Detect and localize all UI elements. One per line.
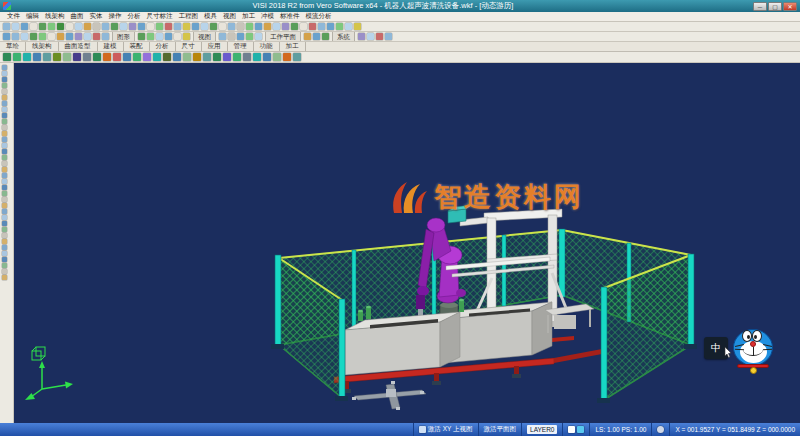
- toolbar-icon[interactable]: [102, 33, 109, 40]
- toolbar-group-system[interactable]: 系统: [332, 32, 355, 41]
- toolbar-icon[interactable]: [282, 23, 289, 30]
- toolbar-icon[interactable]: [255, 33, 262, 40]
- menu-item-加工[interactable]: 加工: [239, 12, 258, 21]
- toolbar-icon[interactable]: [43, 53, 51, 61]
- toolbar-icon[interactable]: [193, 53, 201, 61]
- toolbar-icon[interactable]: [93, 53, 101, 61]
- toolbar-icon[interactable]: [309, 23, 316, 30]
- toolbar-icon[interactable]: [327, 23, 334, 30]
- toolbar-icon[interactable]: [57, 23, 64, 30]
- toolbar-icon[interactable]: [2, 149, 7, 154]
- toolbar-icon[interactable]: [293, 53, 301, 61]
- menu-item-尺寸标注[interactable]: 尺寸标注: [144, 12, 176, 21]
- toolbar-icon[interactable]: [2, 107, 7, 112]
- toolbar-icon[interactable]: [2, 131, 7, 136]
- toolbar-icon[interactable]: [183, 23, 190, 30]
- toolbar-icon[interactable]: [2, 251, 7, 256]
- toolbar-icon[interactable]: [246, 23, 253, 30]
- toolbar-group-workplane[interactable]: 工作平面: [265, 32, 301, 41]
- layer-badge[interactable]: LAYER0: [527, 425, 557, 434]
- toolbar-icon[interactable]: [263, 53, 271, 61]
- toolbar-icon[interactable]: [83, 53, 91, 61]
- toolbar-icon[interactable]: [12, 33, 19, 40]
- toolbar-icon[interactable]: [93, 23, 100, 30]
- tab-item-加工[interactable]: 加工: [280, 42, 306, 51]
- status-swatches[interactable]: [562, 423, 589, 436]
- toolbar-icon[interactable]: [21, 33, 28, 40]
- toolbar-icon[interactable]: [13, 53, 21, 61]
- toolbar-icon[interactable]: [313, 33, 320, 40]
- toolbar-icon[interactable]: [113, 53, 121, 61]
- toolbar-icon[interactable]: [39, 33, 46, 40]
- toolbar-icon[interactable]: [3, 33, 10, 40]
- toolbar-icon[interactable]: [2, 269, 7, 274]
- tab-item-尺寸[interactable]: 尺寸: [176, 42, 202, 51]
- color-swatch-icon[interactable]: [568, 426, 575, 433]
- toolbar-icon[interactable]: [376, 33, 383, 40]
- tab-item-曲面造型[interactable]: 曲面造型: [59, 42, 98, 51]
- toolbar-icon[interactable]: [153, 53, 161, 61]
- toolbar-icon[interactable]: [385, 33, 392, 40]
- toolbar-icon[interactable]: [165, 33, 172, 40]
- toolbar-icon[interactable]: [2, 137, 7, 142]
- toolbar-icon[interactable]: [73, 53, 81, 61]
- toolbar-icon[interactable]: [111, 23, 118, 30]
- toolbar-icon[interactable]: [48, 33, 55, 40]
- minimize-button[interactable]: ─: [753, 2, 767, 11]
- toolbar-icon[interactable]: [75, 23, 82, 30]
- menu-item-操作[interactable]: 操作: [106, 12, 125, 21]
- linetype-swatch-icon[interactable]: [577, 426, 584, 433]
- toolbar-icon[interactable]: [2, 89, 7, 94]
- toolbar-icon[interactable]: [147, 33, 154, 40]
- snap-icon[interactable]: [657, 426, 664, 433]
- toolbar-icon[interactable]: [322, 33, 329, 40]
- toolbar-icon[interactable]: [183, 33, 190, 40]
- toolbar-icon[interactable]: [2, 143, 7, 148]
- toolbar-icon[interactable]: [318, 23, 325, 30]
- toolbar-icon[interactable]: [228, 23, 235, 30]
- toolbar-icon[interactable]: [66, 33, 73, 40]
- toolbar-icon[interactable]: [147, 23, 154, 30]
- status-view[interactable]: 激活 XY 上视图: [413, 423, 478, 436]
- toolbar-group-view[interactable]: 视图: [193, 32, 216, 41]
- toolbar-icon[interactable]: [12, 23, 19, 30]
- toolbar-icon[interactable]: [123, 53, 131, 61]
- ime-indicator[interactable]: 中: [704, 337, 728, 359]
- viewport-3d[interactable]: 智造资料网 中: [14, 63, 800, 423]
- toolbar-icon[interactable]: [336, 23, 343, 30]
- toolbar-icon[interactable]: [93, 33, 100, 40]
- toolbar-icon[interactable]: [2, 257, 7, 262]
- toolbar-icon[interactable]: [48, 23, 55, 30]
- menu-item-冲模[interactable]: 冲模: [258, 12, 277, 21]
- toolbar-icon[interactable]: [255, 23, 262, 30]
- toolbar-icon[interactable]: [246, 33, 253, 40]
- toolbar-icon[interactable]: [2, 113, 7, 118]
- toolbar-icon[interactable]: [138, 23, 145, 30]
- status-scale[interactable]: LS: 1.00 PS: 1.00: [589, 423, 651, 436]
- tab-item-草绘[interactable]: 草绘: [0, 42, 26, 51]
- tab-item-建模[interactable]: 建模: [98, 42, 124, 51]
- toolbar-icon[interactable]: [304, 33, 311, 40]
- toolbar-icon[interactable]: [2, 245, 7, 250]
- tab-item-分析[interactable]: 分析: [150, 42, 176, 51]
- toolbar-icon[interactable]: [102, 23, 109, 30]
- menu-item-模具[interactable]: 模具: [201, 12, 220, 21]
- maximize-button[interactable]: ▢: [768, 2, 782, 11]
- toolbar-icon[interactable]: [84, 33, 91, 40]
- tab-item-装配[interactable]: 装配: [124, 42, 150, 51]
- toolbar-icon[interactable]: [30, 33, 37, 40]
- toolbar-icon[interactable]: [30, 23, 37, 30]
- status-snap[interactable]: [651, 423, 669, 436]
- toolbar-icon[interactable]: [2, 209, 7, 214]
- toolbar-icon[interactable]: [253, 53, 261, 61]
- menu-item-标准件[interactable]: 标准件: [277, 12, 303, 21]
- toolbar-icon[interactable]: [2, 233, 7, 238]
- toolbar-icon[interactable]: [156, 33, 163, 40]
- toolbar-icon[interactable]: [345, 23, 352, 30]
- toolbar-icon[interactable]: [219, 23, 226, 30]
- status-plane[interactable]: 激活平面图: [478, 423, 522, 436]
- menu-item-视图[interactable]: 视图: [220, 12, 239, 21]
- toolbar-icon[interactable]: [2, 197, 7, 202]
- toolbar-icon[interactable]: [219, 33, 226, 40]
- toolbar-icon[interactable]: [2, 239, 7, 244]
